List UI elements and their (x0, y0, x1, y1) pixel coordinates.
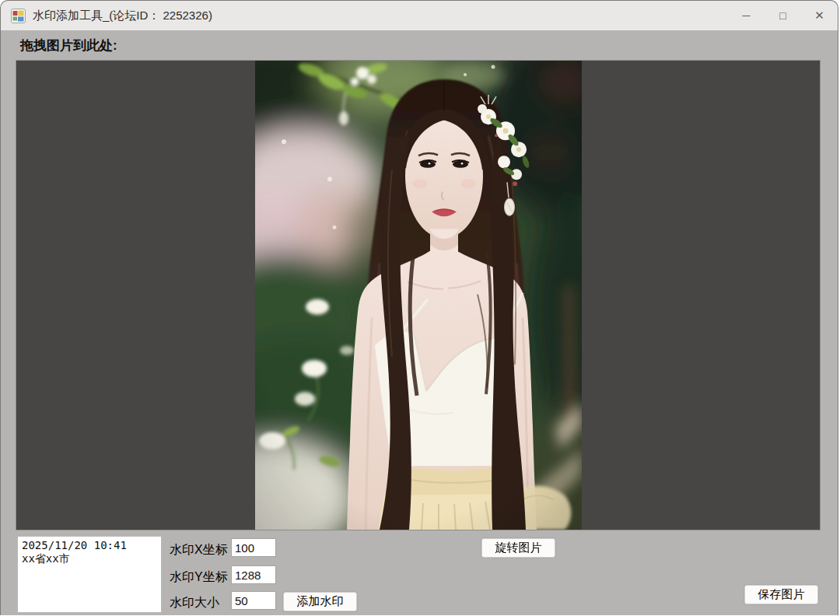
maximize-button[interactable]: □ (765, 1, 801, 30)
watermark-size-label: 水印大小 (170, 595, 219, 611)
watermark-x-input[interactable] (231, 538, 276, 557)
window-title: 水印添加工具_(论坛ID： 2252326) (33, 9, 212, 23)
window-controls: ─ □ ✕ (728, 1, 838, 30)
watermark-size-input[interactable] (231, 591, 276, 610)
portrait-photo (255, 61, 582, 530)
add-watermark-button[interactable]: 添加水印 (283, 592, 357, 611)
close-button[interactable]: ✕ (801, 1, 838, 30)
app-icon (11, 9, 26, 23)
minimize-button[interactable]: ─ (728, 1, 765, 30)
watermark-y-label: 水印Y坐标 (170, 569, 228, 586)
save-image-button[interactable]: 保存图片 (744, 585, 818, 604)
close-icon: ✕ (814, 9, 824, 23)
app-window: 水印添加工具_(论坛ID： 2252326) ─ □ ✕ 拖拽图片到此处: (0, 0, 838, 615)
watermark-x-label: 水印X坐标 (170, 542, 228, 558)
watermark-text-input[interactable]: 2025/11/20 10:41 xx省xx市 (17, 536, 162, 613)
watermark-y-input[interactable] (231, 565, 276, 584)
maximize-icon: □ (779, 9, 786, 22)
titlebar: 水印添加工具_(论坛ID： 2252326) ─ □ ✕ (1, 1, 838, 30)
image-canvas[interactable] (16, 60, 821, 530)
rotate-image-button[interactable]: 旋转图片 (481, 538, 555, 558)
minimize-icon: ─ (743, 9, 751, 22)
drop-zone-label: 拖拽图片到此处: (20, 37, 117, 54)
